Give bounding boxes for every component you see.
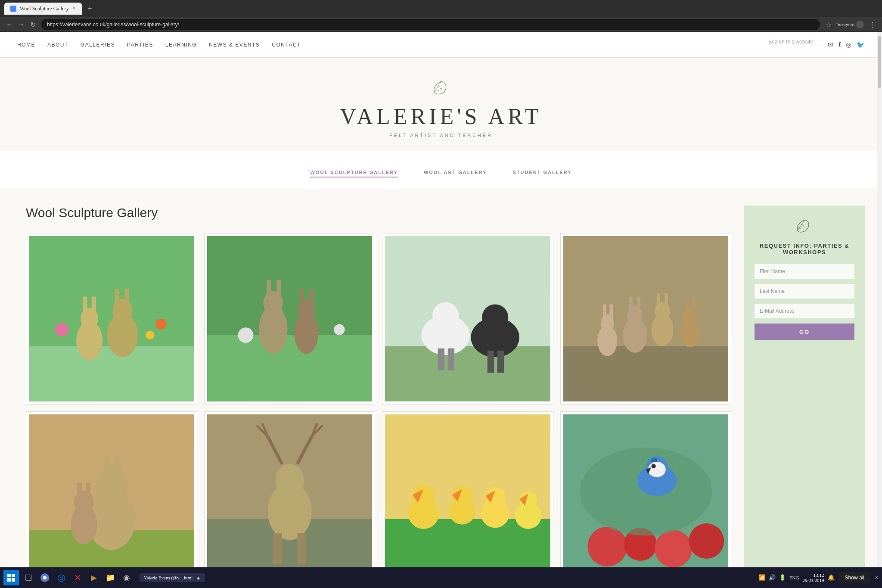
reload-button[interactable]: ↻ — [30, 21, 36, 29]
svg-rect-44 — [609, 305, 613, 322]
nav-links: HOME ABOUT GALLERIES PARTIES LEARNING NE… — [17, 41, 766, 48]
app-icon-8[interactable]: ◉ — [120, 571, 134, 585]
gallery-item[interactable] — [204, 411, 376, 583]
svg-rect-78 — [297, 533, 306, 564]
svg-line-108 — [799, 228, 802, 229]
email-input[interactable] — [755, 304, 854, 318]
chrome-icon-svg — [40, 573, 50, 582]
nav-learning[interactable]: LEARNING — [165, 41, 197, 48]
svg-point-15 — [155, 319, 167, 330]
eng-label[interactable]: ENG — [789, 575, 799, 580]
close-icon[interactable]: ✕ — [71, 571, 84, 585]
search-input[interactable] — [766, 38, 822, 46]
gallery-item[interactable] — [382, 411, 553, 583]
tab-student[interactable]: STUDENT GALLERY — [512, 170, 571, 177]
instagram-icon[interactable]: ◎ — [846, 41, 851, 49]
scrollbar[interactable] — [877, 32, 882, 588]
gallery-item[interactable] — [26, 233, 197, 404]
svg-rect-101 — [651, 458, 657, 462]
svg-point-16 — [146, 331, 154, 339]
nav-parties-link[interactable]: PARTIES — [127, 42, 153, 48]
start-button[interactable] — [3, 570, 19, 585]
network-icon[interactable]: 📶 — [758, 574, 765, 581]
site-nav: HOME ABOUT GALLERIES PARTIES LEARNING NE… — [0, 32, 882, 58]
volume-icon[interactable]: 🔊 — [769, 574, 776, 581]
form-submit-button[interactable]: GO — [755, 324, 854, 340]
taskbar-right: 📶 🔊 🔋 ENG 13:12 29/03/2019 🔔 — [758, 572, 835, 583]
nav-galleries[interactable]: GALLERIES — [81, 41, 115, 48]
gallery-image-2 — [207, 236, 373, 401]
gallery-image-6 — [207, 414, 373, 580]
tab-wool-sculpture[interactable]: WOOL SCULPTURE GALLERY — [310, 170, 398, 177]
gallery-image-svg-4 — [563, 236, 729, 401]
nav-home-link[interactable]: HOME — [17, 42, 35, 48]
nav-about[interactable]: ABOUT — [47, 41, 68, 48]
nav-home[interactable]: HOME — [17, 41, 35, 48]
nav-news-events[interactable]: NEWS & EVENTS — [209, 41, 260, 48]
svg-rect-8 — [83, 297, 87, 314]
task-view-icon[interactable]: ❑ — [22, 571, 35, 585]
windows-logo — [7, 573, 16, 582]
facebook-icon[interactable]: f — [839, 41, 841, 49]
svg-rect-52 — [665, 293, 668, 310]
svg-rect-51 — [657, 293, 660, 310]
twitter-icon[interactable]: 🐦 — [857, 41, 865, 49]
svg-rect-61 — [104, 456, 109, 485]
last-name-input[interactable] — [755, 284, 854, 299]
form-title: REQUEST INFO: PARTIES & WORKSHOPS — [755, 243, 854, 255]
svg-rect-37 — [488, 351, 494, 373]
forward-button[interactable]: → — [18, 21, 25, 28]
show-all-button[interactable]: Show all — [839, 572, 870, 583]
browser-tab[interactable]: Wool Sculpture Gallery × — [4, 3, 82, 15]
back-button[interactable]: ← — [6, 21, 13, 28]
gallery-item[interactable] — [26, 411, 197, 583]
svg-rect-77 — [273, 533, 282, 564]
gallery-item[interactable] — [560, 411, 732, 583]
nav-about-link[interactable]: ABOUT — [47, 42, 68, 48]
tab-close-button[interactable]: × — [72, 5, 76, 12]
battery-icon[interactable]: 🔋 — [779, 574, 786, 581]
notification-text: Valerie Evans (@v....html — [144, 575, 193, 580]
bookmark-button[interactable]: ☆ — [825, 21, 831, 29]
gallery-image-svg-2 — [207, 236, 373, 401]
taskbar-close-button[interactable]: × — [875, 574, 879, 582]
leaf-svg — [428, 79, 454, 96]
nav-contact-link[interactable]: CONTACT — [272, 42, 301, 48]
gallery-item[interactable] — [382, 233, 553, 404]
taskbar-clock[interactable]: 13:12 29/03/2019 — [802, 572, 824, 583]
svg-rect-48 — [637, 297, 640, 314]
nav-contact[interactable]: CONTACT — [272, 41, 301, 48]
first-name-input[interactable] — [755, 264, 854, 279]
nav-parties[interactable]: PARTIES — [127, 41, 153, 48]
svg-rect-9 — [92, 297, 96, 314]
gallery-item[interactable] — [560, 233, 732, 404]
svg-rect-56 — [692, 300, 696, 315]
svg-rect-65 — [77, 482, 81, 501]
browser-chrome: Wool Sculpture Gallery × + — [0, 0, 882, 17]
gallery-grid — [26, 233, 731, 582]
gallery-image-1 — [29, 236, 194, 401]
tab-wool-art[interactable]: WOOL ART GALLERY — [424, 170, 487, 177]
filezilla-icon[interactable]: ▶ — [87, 571, 101, 585]
outlook-taskbar-icon[interactable]: ◎ — [54, 571, 68, 585]
notification-center-icon[interactable]: 🔔 — [828, 574, 835, 581]
site-title: VALERIE'S ART — [9, 104, 873, 129]
svg-point-97 — [689, 523, 724, 559]
chrome-taskbar-icon[interactable] — [38, 571, 52, 585]
gallery-item[interactable] — [204, 233, 376, 404]
form-leaf-svg — [792, 218, 817, 234]
chrome-menu-button[interactable]: ⋮ — [869, 21, 876, 29]
file-explorer-icon[interactable]: 📁 — [103, 571, 117, 585]
svg-rect-62 — [115, 456, 120, 485]
nav-learning-link[interactable]: LEARNING — [165, 42, 197, 48]
scrollbar-thumb[interactable] — [878, 36, 881, 88]
url-input[interactable] — [41, 19, 820, 30]
nav-galleries-link[interactable]: GALLERIES — [81, 42, 115, 48]
svg-rect-112 — [12, 578, 15, 582]
nav-news-link[interactable]: NEWS & EVENTS — [209, 42, 260, 48]
svg-rect-21 — [267, 280, 271, 302]
svg-rect-110 — [12, 574, 15, 577]
new-tab-button[interactable]: + — [88, 4, 92, 13]
email-icon[interactable]: ✉ — [828, 41, 833, 49]
svg-line-2 — [439, 88, 442, 89]
